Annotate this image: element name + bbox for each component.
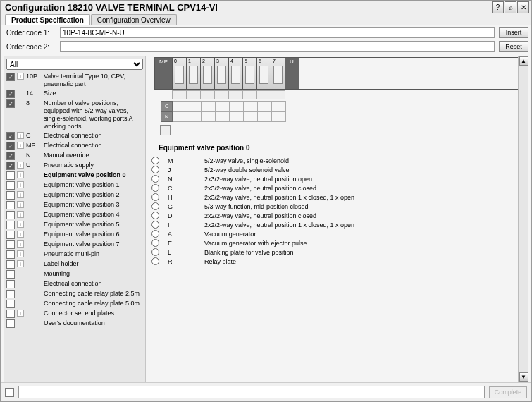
config-row[interactable]: iEquipment valve position 1 <box>6 181 143 190</box>
filter-select[interactable]: All <box>6 59 143 70</box>
config-row[interactable]: iEquipment valve position 5 <box>6 220 143 230</box>
checkbox-icon[interactable]: ✓ <box>6 142 15 150</box>
checkbox-icon[interactable] <box>6 260 15 269</box>
config-row[interactable]: iEquipment valve position 2 <box>6 190 143 200</box>
radio-icon[interactable] <box>151 184 159 192</box>
info-icon[interactable]: i <box>17 171 24 178</box>
option-row[interactable]: AVacuum generator <box>151 229 528 238</box>
slot-5[interactable]: 5 <box>243 58 257 89</box>
insert-button[interactable]: Insert <box>499 27 528 38</box>
radio-icon[interactable] <box>151 193 159 201</box>
radio-icon[interactable] <box>151 230 159 238</box>
info-icon[interactable]: i <box>17 132 24 139</box>
info-icon[interactable]: i <box>17 310 24 317</box>
config-row[interactable]: User's documentation <box>6 319 143 329</box>
option-row[interactable]: J5/2-way double solenoid valve <box>151 165 528 174</box>
slot-4[interactable]: 4 <box>229 58 243 89</box>
config-row[interactable]: iPneumatic multi-pin <box>6 250 143 260</box>
checkbox-icon[interactable]: ✓ <box>6 152 15 160</box>
config-row[interactable]: Mounting <box>6 269 143 279</box>
option-row[interactable]: I2x2/2-way valve, neutral position 1 x c… <box>151 220 528 229</box>
reset-button[interactable]: Reset <box>499 41 528 52</box>
radio-icon[interactable] <box>151 248 159 256</box>
option-row[interactable]: N2x3/2-way valve, neutral position open <box>151 174 528 183</box>
config-row[interactable]: ✓NManual override <box>6 151 143 161</box>
checkbox-icon[interactable]: ✓ <box>6 99 15 108</box>
config-row[interactable]: iConnector set end plates <box>6 309 143 319</box>
slot-1[interactable]: 1 <box>187 58 201 89</box>
config-row[interactable]: Connecting cable relay plate 5.0m <box>6 299 143 309</box>
config-row[interactable]: iEquipment valve position 3 <box>6 200 143 210</box>
info-icon[interactable]: i <box>17 181 24 188</box>
radio-icon[interactable] <box>151 257 159 265</box>
radio-icon[interactable] <box>151 175 159 183</box>
info-icon[interactable]: i <box>17 191 24 198</box>
config-row[interactable]: Electrical connection <box>6 279 143 289</box>
scrollbar[interactable]: ▲ ▼ <box>518 56 528 382</box>
option-row[interactable]: RRelay plate <box>151 257 528 266</box>
order-code-1-input[interactable] <box>60 27 495 38</box>
config-row[interactable]: iLabel holder <box>6 260 143 269</box>
checkbox-icon[interactable] <box>6 270 15 279</box>
info-icon[interactable]: i <box>17 211 24 218</box>
checkbox-icon[interactable]: ✓ <box>6 73 15 81</box>
info-icon[interactable]: i <box>17 142 24 149</box>
option-row[interactable]: LBlanking plate for valve position <box>151 248 528 257</box>
config-row[interactable]: ✓14Size <box>6 89 143 99</box>
footer-input[interactable] <box>18 386 485 398</box>
diagram-extra-box[interactable] <box>160 125 171 135</box>
checkbox-icon[interactable] <box>6 319 15 328</box>
config-row[interactable]: iEquipment valve position 0 <box>6 171 143 181</box>
checkbox-icon[interactable] <box>6 290 15 298</box>
radio-icon[interactable] <box>151 157 159 164</box>
info-icon[interactable]: i <box>17 73 24 80</box>
help-icon[interactable]: ? <box>492 1 504 13</box>
checkbox-icon[interactable] <box>6 221 15 229</box>
radio-icon[interactable] <box>151 221 159 229</box>
slot-2[interactable]: 2 <box>201 58 215 89</box>
radio-icon[interactable] <box>151 239 159 247</box>
option-row[interactable]: D2x2/2-way valve, neutral position close… <box>151 211 528 220</box>
checkbox-icon[interactable] <box>6 231 15 239</box>
checkbox-icon[interactable] <box>6 310 15 318</box>
radio-icon[interactable] <box>151 166 159 173</box>
checkbox-icon[interactable] <box>6 171 15 180</box>
slot-0[interactable]: 0 <box>173 58 187 89</box>
checkbox-icon[interactable] <box>6 181 15 190</box>
config-row[interactable]: ✓iUPneumatic supply <box>6 161 143 171</box>
checkbox-icon[interactable]: ✓ <box>6 162 15 170</box>
info-icon[interactable]: i <box>17 250 24 257</box>
config-row[interactable]: iEquipment valve position 7 <box>6 240 143 250</box>
checkbox-icon[interactable] <box>6 201 15 209</box>
option-row[interactable]: EVacuum generator with ejector pulse <box>151 238 528 248</box>
option-row[interactable]: H2x3/2-way valve, neutral position 1 x c… <box>151 193 528 202</box>
checkbox-icon[interactable]: ✓ <box>6 132 15 140</box>
config-row[interactable]: ✓iMPElectrical connection <box>6 141 143 151</box>
slot-6[interactable]: 6 <box>257 58 271 89</box>
radio-icon[interactable] <box>151 212 159 219</box>
tab-product-spec[interactable]: Product Specification <box>5 14 90 25</box>
config-row[interactable]: iEquipment valve position 6 <box>6 230 143 240</box>
checkbox-icon[interactable] <box>6 240 15 249</box>
config-row[interactable]: ✓i10PValve terminal Type 10, CPV, pneuma… <box>6 72 143 89</box>
option-row[interactable]: G5/3-way function, mid-position closed <box>151 202 528 211</box>
info-icon[interactable]: i <box>17 201 24 208</box>
info-icon[interactable]: i <box>17 162 24 169</box>
close-icon[interactable]: ✕ <box>517 1 529 13</box>
option-row[interactable]: C2x3/2-way valve, neutral position close… <box>151 183 528 193</box>
info-icon[interactable]: i <box>17 231 24 238</box>
option-row[interactable]: M5/2-way valve, single-solenoid <box>151 156 528 165</box>
scroll-down-icon[interactable]: ▼ <box>519 372 528 382</box>
slot-3[interactable]: 3 <box>215 58 229 89</box>
checkbox-icon[interactable] <box>6 280 15 288</box>
search-icon[interactable]: ⌕ <box>505 1 516 13</box>
checkbox-icon[interactable] <box>6 211 15 219</box>
tab-config-overview[interactable]: Configuration Overview <box>91 14 177 25</box>
slot-u[interactable]: U <box>285 58 299 89</box>
info-icon[interactable]: i <box>17 240 24 248</box>
order-code-2-input[interactable] <box>60 41 495 52</box>
config-row[interactable]: Connecting cable relay plate 2.5m <box>6 289 143 299</box>
slot-7[interactable]: 7 <box>271 58 285 89</box>
checkbox-icon[interactable]: ✓ <box>6 90 15 98</box>
checkbox-icon[interactable] <box>6 300 15 308</box>
